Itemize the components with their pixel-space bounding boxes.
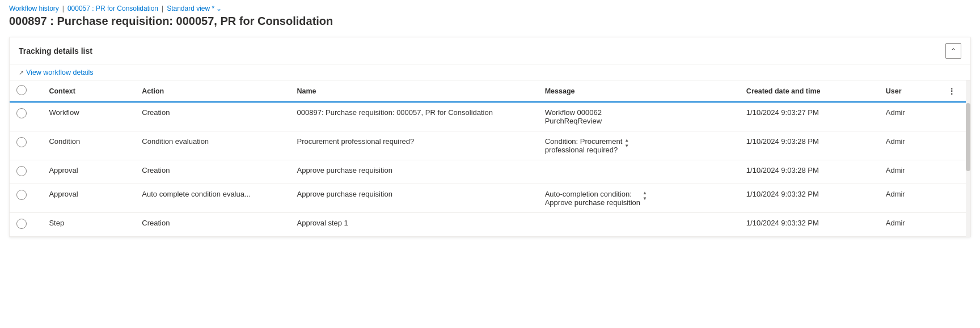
sort-down-icon[interactable]: ▼ <box>624 144 629 148</box>
row-message: Auto-completion condition: Approve purch… <box>538 184 740 213</box>
row-message <box>538 213 740 237</box>
row-checkbox[interactable] <box>16 108 27 118</box>
view-workflow-details-link[interactable]: ↗ View workflow details <box>19 69 961 76</box>
row-name: Procurement professional required? <box>290 131 538 160</box>
sort-down-icon[interactable]: ▼ <box>643 197 647 201</box>
row-checkbox[interactable] <box>16 166 27 176</box>
col-header-name: Name <box>290 80 538 102</box>
external-link-icon: ↗ <box>19 69 24 76</box>
row-created: 1/10/2024 9:03:28 PM <box>740 160 879 184</box>
collapse-icon: ⌃ <box>951 47 956 55</box>
more-options-icon[interactable]: ⋮ <box>948 87 956 96</box>
sort-up-icon[interactable]: ▲ <box>624 138 629 143</box>
row-checkbox-cell <box>10 160 42 184</box>
row-user: Admir <box>879 131 941 160</box>
row-created: 1/10/2024 9:03:28 PM <box>740 131 879 160</box>
row-name: Approve purchase requisition <box>290 184 538 213</box>
row-name: Approval step 1 <box>290 213 538 237</box>
row-checkbox[interactable] <box>16 219 27 229</box>
breadcrumb-sep-1: | <box>62 5 64 12</box>
table-header-row: Context Action Name Message Created date <box>10 80 970 102</box>
row-context: Step <box>42 213 135 237</box>
breadcrumb-pr-consolidation[interactable]: 000057 : PR for Consolidation <box>67 5 158 12</box>
row-action: Condition evaluation <box>135 131 290 160</box>
col-header-user: User <box>879 80 941 102</box>
row-checkbox[interactable] <box>16 137 27 147</box>
scrollbar-thumb[interactable] <box>966 103 970 171</box>
row-checkbox[interactable] <box>16 190 27 200</box>
row-action: Creation <box>135 102 290 131</box>
row-checkbox-cell <box>10 131 42 160</box>
message-text: Auto-completion condition: Approve purch… <box>545 190 640 207</box>
row-message: Workflow 000062 PurchReqReview <box>538 102 740 131</box>
row-user: Admir <box>879 160 941 184</box>
table-row: ApprovalCreationApprove purchase requisi… <box>10 160 970 184</box>
row-checkbox-cell <box>10 102 42 131</box>
table-row: ApprovalAuto complete condition evalua..… <box>10 184 970 213</box>
row-action: Creation <box>135 213 290 237</box>
row-action: Auto complete condition evalua... <box>135 184 290 213</box>
row-action: Creation <box>135 160 290 184</box>
col-header-action: Action <box>135 80 290 102</box>
collapse-button[interactable]: ⌃ <box>945 43 961 59</box>
page-wrapper: Workflow history | 000057 : PR for Conso… <box>0 0 980 328</box>
table-row: WorkflowCreation000897: Purchase requisi… <box>10 102 970 131</box>
row-context: Condition <box>42 131 135 160</box>
panel-header: Tracking details list ⌃ <box>10 37 970 65</box>
row-created: 1/10/2024 9:03:32 PM <box>740 184 879 213</box>
row-message <box>538 160 740 184</box>
row-user: Admir <box>879 184 941 213</box>
breadcrumb: Workflow history | 000057 : PR for Conso… <box>9 5 971 12</box>
sort-icons: ▲▼ <box>643 191 647 201</box>
tracking-panel: Tracking details list ⌃ ↗ View workflow … <box>9 37 971 237</box>
row-context: Workflow <box>42 102 135 131</box>
breadcrumb-sep-2: | <box>162 5 163 12</box>
chevron-down-icon: ⌄ <box>216 5 222 12</box>
col-header-message: Message <box>538 80 740 102</box>
message-text: Workflow 000062 PurchReqReview <box>545 108 602 125</box>
message-text: Condition: Procurement professional requ… <box>545 137 623 154</box>
breadcrumb-workflow-history[interactable]: Workflow history <box>9 5 59 12</box>
row-user: Admir <box>879 213 941 237</box>
row-message: Condition: Procurement professional requ… <box>538 131 740 160</box>
table-row: StepCreationApproval step 11/10/2024 9:0… <box>10 213 970 237</box>
tracking-table: Context Action Name Message Created date <box>10 80 970 237</box>
panel-title: Tracking details list <box>19 46 92 56</box>
row-checkbox-cell <box>10 213 42 237</box>
header-checkbox[interactable] <box>16 85 27 95</box>
row-checkbox-cell <box>10 184 42 213</box>
page-title: 000897 : Purchase requisition: 000057, P… <box>9 15 971 28</box>
col-header-checkbox <box>10 80 42 102</box>
row-user: Admir <box>879 102 941 131</box>
breadcrumb-standard-view[interactable]: Standard view * ⌄ <box>167 5 222 12</box>
table-row: ConditionCondition evaluationProcurement… <box>10 131 970 160</box>
row-name: Approve purchase requisition <box>290 160 538 184</box>
col-header-created: Created date and time <box>740 80 879 102</box>
row-created: 1/10/2024 9:03:27 PM <box>740 102 879 131</box>
row-context: Approval <box>42 160 135 184</box>
row-name: 000897: Purchase requisition: 000057, PR… <box>290 102 538 131</box>
row-created: 1/10/2024 9:03:32 PM <box>740 213 879 237</box>
scrollbar-track <box>966 80 970 237</box>
sort-up-icon[interactable]: ▲ <box>643 191 647 195</box>
table-container: Context Action Name Message Created date <box>10 80 970 237</box>
panel-toolbar: ↗ View workflow details <box>10 65 970 80</box>
col-header-context: Context <box>42 80 135 102</box>
sort-icons: ▲▼ <box>624 138 629 148</box>
row-context: Approval <box>42 184 135 213</box>
